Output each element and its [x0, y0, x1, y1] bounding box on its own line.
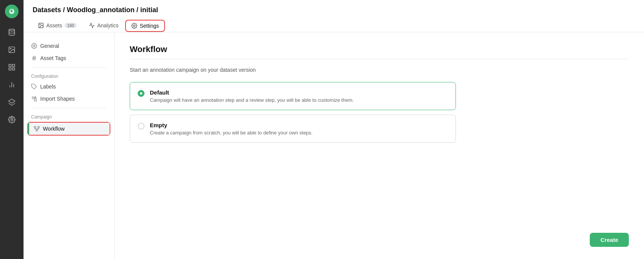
- tab-assets-label: Assets: [46, 22, 62, 28]
- svg-point-14: [40, 24, 41, 25]
- tab-settings[interactable]: Settings: [125, 20, 165, 32]
- secondary-sidebar: General Asset Tags Configuration Labels: [24, 32, 115, 259]
- svg-rect-7: [13, 68, 15, 70]
- option-default-title: Default: [150, 89, 354, 96]
- svg-rect-25: [38, 126, 39, 128]
- chart-icon: [89, 22, 95, 28]
- option-default-text: Default Campaign will have an annotation…: [150, 89, 354, 103]
- svg-point-3: [10, 48, 11, 49]
- top-header: Datasets / Woodlog_annotation / initial …: [24, 0, 644, 32]
- workflow-highlight-box: Workflow: [27, 122, 110, 136]
- sidebar-divider-2: [31, 108, 107, 108]
- sidebar-settings-icon[interactable]: [4, 112, 20, 128]
- svg-rect-23: [35, 99, 36, 101]
- option-empty[interactable]: Empty Create a campaign from scratch, yo…: [130, 115, 456, 143]
- sidebar-item-general[interactable]: General: [24, 40, 114, 52]
- svg-point-15: [134, 25, 135, 27]
- tag-icon: [31, 84, 37, 90]
- option-default-desc: Campaign will have an annotation step an…: [150, 97, 354, 103]
- sidebar-item-workflow-label: Workflow: [43, 126, 64, 132]
- svg-point-16: [33, 45, 35, 47]
- sidebar-item-labels[interactable]: Labels: [24, 81, 114, 93]
- page-title: Workflow: [130, 44, 629, 54]
- logo-icon: [8, 8, 16, 15]
- sidebar-divider-1: [31, 67, 107, 68]
- sidebar-item-asset-tags[interactable]: Asset Tags: [24, 52, 114, 64]
- workflow-icon: [34, 126, 40, 132]
- sidebar-item-workflow[interactable]: Workflow: [28, 123, 110, 135]
- svg-rect-6: [9, 68, 11, 70]
- create-button[interactable]: Create: [590, 233, 629, 247]
- tab-assets-badge: 160: [64, 23, 77, 28]
- gear-icon: [131, 23, 137, 29]
- svg-line-20: [35, 56, 35, 60]
- breadcrumb: Datasets / Woodlog_annotation / initial: [33, 6, 635, 14]
- image-icon: [38, 22, 44, 28]
- content-area: General Asset Tags Configuration Labels: [24, 32, 644, 259]
- sidebar-item-asset-tags-label: Asset Tags: [40, 55, 66, 61]
- sidebar-image-icon[interactable]: [4, 42, 20, 58]
- svg-marker-11: [9, 99, 15, 103]
- svg-line-19: [33, 56, 33, 60]
- sidebar-section-campaign: Campaign: [24, 111, 114, 121]
- left-sidebar: [0, 0, 24, 259]
- page-divider: [130, 59, 629, 59]
- tab-analytics-label: Analytics: [97, 22, 118, 28]
- sidebar-section-configuration: Configuration: [24, 71, 114, 81]
- svg-point-22: [32, 97, 34, 99]
- page-subtitle: Start an annotation campaign on your dat…: [130, 67, 629, 73]
- sidebar-item-labels-label: Labels: [40, 84, 56, 90]
- tabs-container: Assets 160 Analytics Settings: [33, 19, 635, 32]
- option-empty-desc: Create a campaign from scratch, you will…: [150, 130, 313, 136]
- svg-rect-5: [13, 65, 15, 67]
- sidebar-chart-icon[interactable]: [4, 77, 20, 93]
- create-btn-wrapper: Create: [590, 233, 629, 247]
- svg-rect-4: [9, 65, 11, 67]
- main-area: Datasets / Woodlog_annotation / initial …: [24, 0, 644, 259]
- shapes-icon: [31, 96, 37, 102]
- option-empty-text: Empty Create a campaign from scratch, yo…: [150, 122, 313, 136]
- sidebar-item-import-shapes[interactable]: Import Shapes: [24, 93, 114, 105]
- app-logo[interactable]: [5, 5, 19, 18]
- hash-icon: [31, 55, 37, 61]
- sidebar-layers-icon[interactable]: [4, 94, 20, 110]
- option-empty-title: Empty: [150, 122, 313, 128]
- radio-empty[interactable]: [138, 123, 145, 130]
- svg-point-12: [11, 119, 13, 121]
- option-default[interactable]: Default Campaign will have an annotation…: [130, 82, 456, 110]
- sidebar-item-general-label: General: [40, 43, 59, 49]
- svg-point-1: [9, 29, 15, 31]
- gear-small-icon: [31, 43, 37, 49]
- sidebar-item-import-shapes-label: Import Shapes: [40, 96, 75, 102]
- main-content: Workflow Start an annotation campaign on…: [115, 32, 644, 259]
- tab-assets[interactable]: Assets 160: [33, 19, 82, 32]
- radio-default[interactable]: [138, 90, 145, 97]
- sidebar-grid-icon[interactable]: [4, 59, 20, 75]
- svg-rect-26: [36, 130, 38, 131]
- tab-analytics[interactable]: Analytics: [83, 19, 124, 32]
- tab-settings-label: Settings: [140, 23, 159, 29]
- svg-rect-24: [34, 126, 36, 128]
- sidebar-database-icon[interactable]: [4, 24, 20, 40]
